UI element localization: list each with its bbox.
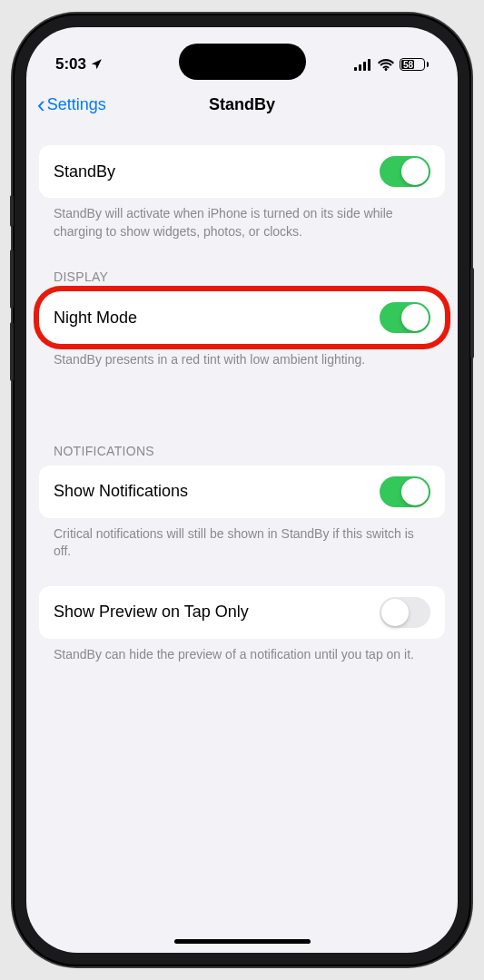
standby-toggle[interactable] (380, 156, 430, 187)
standby-label: StandBy (54, 162, 115, 181)
power-button (470, 268, 474, 358)
nightmode-label: Night Mode (54, 309, 137, 328)
preview-cell[interactable]: Show Preview on Tap Only (39, 586, 445, 639)
svg-rect-1 (359, 64, 361, 71)
show-notifications-footer: Critical notifications will still be sho… (39, 518, 445, 561)
back-button[interactable]: ‹ Settings (37, 93, 106, 116)
nav-bar: ‹ Settings StandBy (26, 82, 458, 129)
preview-footer: StandBy can hide the preview of a notifi… (39, 639, 445, 664)
standby-footer: StandBy will activate when iPhone is tur… (39, 198, 445, 240)
notifications-header: NOTIFICATIONS (39, 415, 445, 466)
phone-frame: 5:03 58 ‹ Settings StandBy (13, 14, 471, 966)
nav-title: StandBy (209, 95, 275, 114)
screen: 5:03 58 ‹ Settings StandBy (26, 27, 458, 953)
standby-cell[interactable]: StandBy (39, 145, 445, 198)
show-notifications-toggle[interactable] (380, 476, 430, 507)
preview-label: Show Preview on Tap Only (54, 603, 249, 622)
battery-icon: 58 (400, 58, 429, 71)
svg-rect-0 (354, 67, 357, 71)
nightmode-toggle[interactable] (380, 302, 430, 333)
location-icon (90, 58, 103, 71)
cellular-icon (354, 59, 372, 71)
svg-rect-2 (363, 62, 366, 71)
nightmode-cell[interactable]: Night Mode (39, 291, 445, 344)
home-indicator[interactable] (174, 939, 311, 944)
display-footer: StandBy presents in a red tint with low … (39, 344, 445, 369)
volume-up (10, 250, 14, 309)
status-time: 5:03 (55, 55, 86, 74)
display-header: DISPLAY (39, 240, 445, 291)
preview-toggle[interactable] (380, 597, 430, 628)
dynamic-island (179, 44, 306, 80)
chevron-left-icon: ‹ (37, 93, 45, 116)
svg-rect-3 (368, 59, 370, 71)
battery-level: 58 (403, 60, 413, 70)
volume-down (10, 322, 14, 381)
wifi-icon (378, 59, 394, 71)
silent-switch (10, 195, 14, 227)
back-label: Settings (47, 95, 106, 114)
show-notifications-label: Show Notifications (54, 482, 188, 501)
show-notifications-cell[interactable]: Show Notifications (39, 466, 445, 518)
